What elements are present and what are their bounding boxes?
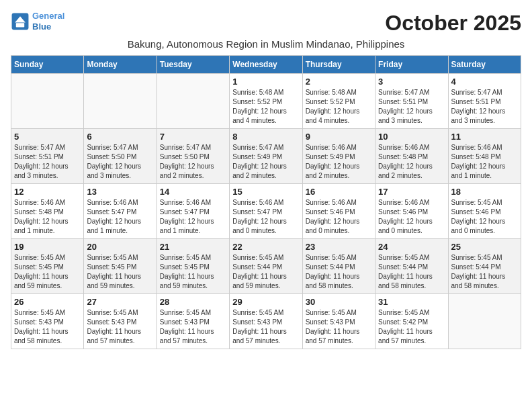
day-number: 8	[232, 132, 299, 142]
header-row: Sunday Monday Tuesday Wednesday Thursday…	[11, 56, 521, 74]
calendar-cell: 20Sunrise: 5:45 AM Sunset: 5:45 PM Dayli…	[84, 239, 157, 294]
day-number: 7	[160, 132, 226, 142]
day-info: Sunrise: 5:46 AM Sunset: 5:46 PM Dayligh…	[378, 198, 445, 236]
calendar-cell: 24Sunrise: 5:45 AM Sunset: 5:44 PM Dayli…	[375, 239, 448, 294]
header-tuesday: Tuesday	[157, 56, 229, 74]
day-info: Sunrise: 5:47 AM Sunset: 5:50 PM Dayligh…	[160, 143, 226, 181]
day-info: Sunrise: 5:45 AM Sunset: 5:43 PM Dayligh…	[14, 308, 81, 346]
calendar-week-4: 19Sunrise: 5:45 AM Sunset: 5:45 PM Dayli…	[11, 239, 521, 294]
calendar-cell: 5Sunrise: 5:47 AM Sunset: 5:51 PM Daylig…	[11, 129, 84, 184]
calendar-cell: 19Sunrise: 5:45 AM Sunset: 5:45 PM Dayli…	[11, 239, 84, 294]
day-info: Sunrise: 5:45 AM Sunset: 5:44 PM Dayligh…	[378, 253, 445, 291]
calendar-cell: 3Sunrise: 5:47 AM Sunset: 5:51 PM Daylig…	[375, 74, 448, 129]
day-info: Sunrise: 5:45 AM Sunset: 5:42 PM Dayligh…	[378, 308, 445, 346]
day-number: 30	[306, 297, 372, 307]
day-info: Sunrise: 5:47 AM Sunset: 5:50 PM Dayligh…	[87, 143, 153, 181]
day-number: 14	[160, 187, 226, 197]
calendar-body: 1Sunrise: 5:48 AM Sunset: 5:52 PM Daylig…	[11, 74, 521, 349]
calendar-week-3: 12Sunrise: 5:46 AM Sunset: 5:48 PM Dayli…	[11, 184, 521, 239]
day-number: 28	[160, 297, 226, 307]
day-number: 16	[306, 187, 372, 197]
day-info: Sunrise: 5:47 AM Sunset: 5:51 PM Dayligh…	[14, 143, 81, 181]
day-info: Sunrise: 5:45 AM Sunset: 5:43 PM Dayligh…	[160, 308, 226, 346]
day-info: Sunrise: 5:45 AM Sunset: 5:44 PM Dayligh…	[451, 253, 518, 291]
day-info: Sunrise: 5:47 AM Sunset: 5:51 PM Dayligh…	[378, 88, 445, 126]
day-number: 12	[14, 187, 81, 197]
calendar-cell: 11Sunrise: 5:46 AM Sunset: 5:48 PM Dayli…	[448, 129, 521, 184]
day-number: 4	[451, 77, 518, 87]
calendar-cell: 28Sunrise: 5:45 AM Sunset: 5:43 PM Dayli…	[157, 294, 229, 349]
calendar-cell: 25Sunrise: 5:45 AM Sunset: 5:44 PM Dayli…	[448, 239, 521, 294]
calendar-cell: 2Sunrise: 5:48 AM Sunset: 5:52 PM Daylig…	[302, 74, 375, 129]
calendar-cell: 15Sunrise: 5:46 AM Sunset: 5:47 PM Dayli…	[230, 184, 302, 239]
day-number: 21	[160, 242, 226, 252]
calendar-cell: 6Sunrise: 5:47 AM Sunset: 5:50 PM Daylig…	[84, 129, 157, 184]
logo: General Blue	[11, 11, 64, 32]
calendar-cell: 27Sunrise: 5:45 AM Sunset: 5:43 PM Dayli…	[84, 294, 157, 349]
day-info: Sunrise: 5:46 AM Sunset: 5:48 PM Dayligh…	[451, 143, 518, 181]
day-number: 19	[14, 242, 81, 252]
day-number: 18	[451, 187, 518, 197]
day-info: Sunrise: 5:45 AM Sunset: 5:46 PM Dayligh…	[451, 198, 518, 236]
day-number: 23	[306, 242, 372, 252]
calendar-cell: 7Sunrise: 5:47 AM Sunset: 5:50 PM Daylig…	[157, 129, 229, 184]
day-number: 10	[378, 132, 445, 142]
day-number: 25	[451, 242, 518, 252]
calendar-cell: 12Sunrise: 5:46 AM Sunset: 5:48 PM Dayli…	[11, 184, 84, 239]
calendar-table: Sunday Monday Tuesday Wednesday Thursday…	[11, 55, 521, 349]
day-number: 27	[87, 297, 153, 307]
month-title: October 2025	[385, 11, 521, 36]
calendar-cell: 29Sunrise: 5:45 AM Sunset: 5:43 PM Dayli…	[230, 294, 302, 349]
header-thursday: Thursday	[302, 56, 375, 74]
header-monday: Monday	[84, 56, 157, 74]
day-info: Sunrise: 5:45 AM Sunset: 5:43 PM Dayligh…	[232, 308, 299, 346]
calendar-cell	[84, 74, 157, 129]
day-info: Sunrise: 5:46 AM Sunset: 5:48 PM Dayligh…	[14, 198, 81, 236]
subtitle: Bakung, Autonomous Region in Muslim Mind…	[11, 38, 521, 50]
day-number: 13	[87, 187, 153, 197]
day-number: 3	[378, 77, 445, 87]
day-info: Sunrise: 5:47 AM Sunset: 5:51 PM Dayligh…	[451, 88, 518, 126]
day-number: 29	[232, 297, 299, 307]
calendar-cell: 30Sunrise: 5:45 AM Sunset: 5:43 PM Dayli…	[302, 294, 375, 349]
svg-rect-2	[16, 23, 24, 27]
header-sunday: Sunday	[11, 56, 84, 74]
day-number: 2	[306, 77, 372, 87]
day-info: Sunrise: 5:45 AM Sunset: 5:44 PM Dayligh…	[232, 253, 299, 291]
calendar-cell: 14Sunrise: 5:46 AM Sunset: 5:47 PM Dayli…	[157, 184, 229, 239]
calendar-cell	[11, 74, 84, 129]
day-info: Sunrise: 5:45 AM Sunset: 5:45 PM Dayligh…	[14, 253, 81, 291]
logo-icon	[11, 12, 30, 31]
day-info: Sunrise: 5:46 AM Sunset: 5:46 PM Dayligh…	[306, 198, 372, 236]
page-header: General Blue October 2025	[11, 11, 521, 36]
logo-line2: Blue	[32, 21, 51, 32]
day-number: 15	[232, 187, 299, 197]
header-saturday: Saturday	[448, 56, 521, 74]
calendar-cell: 31Sunrise: 5:45 AM Sunset: 5:42 PM Dayli…	[375, 294, 448, 349]
day-number: 24	[378, 242, 445, 252]
logo-text: General Blue	[32, 11, 64, 32]
day-info: Sunrise: 5:45 AM Sunset: 5:44 PM Dayligh…	[306, 253, 372, 291]
calendar-week-5: 26Sunrise: 5:45 AM Sunset: 5:43 PM Dayli…	[11, 294, 521, 349]
calendar-cell: 13Sunrise: 5:46 AM Sunset: 5:47 PM Dayli…	[84, 184, 157, 239]
header-friday: Friday	[375, 56, 448, 74]
calendar-cell	[448, 294, 521, 349]
day-info: Sunrise: 5:45 AM Sunset: 5:43 PM Dayligh…	[306, 308, 372, 346]
day-number: 20	[87, 242, 153, 252]
day-info: Sunrise: 5:45 AM Sunset: 5:43 PM Dayligh…	[87, 308, 153, 346]
calendar-header: Sunday Monday Tuesday Wednesday Thursday…	[11, 56, 521, 74]
logo-line1: General	[32, 11, 64, 21]
day-info: Sunrise: 5:46 AM Sunset: 5:49 PM Dayligh…	[306, 143, 372, 181]
calendar-cell: 8Sunrise: 5:47 AM Sunset: 5:49 PM Daylig…	[230, 129, 302, 184]
day-info: Sunrise: 5:48 AM Sunset: 5:52 PM Dayligh…	[232, 88, 299, 126]
calendar-week-1: 1Sunrise: 5:48 AM Sunset: 5:52 PM Daylig…	[11, 74, 521, 129]
day-info: Sunrise: 5:46 AM Sunset: 5:47 PM Dayligh…	[232, 198, 299, 236]
day-info: Sunrise: 5:46 AM Sunset: 5:48 PM Dayligh…	[378, 143, 445, 181]
calendar-cell: 23Sunrise: 5:45 AM Sunset: 5:44 PM Dayli…	[302, 239, 375, 294]
calendar-cell: 17Sunrise: 5:46 AM Sunset: 5:46 PM Dayli…	[375, 184, 448, 239]
day-number: 11	[451, 132, 518, 142]
day-info: Sunrise: 5:45 AM Sunset: 5:45 PM Dayligh…	[87, 253, 153, 291]
day-number: 26	[14, 297, 81, 307]
calendar-cell: 9Sunrise: 5:46 AM Sunset: 5:49 PM Daylig…	[302, 129, 375, 184]
day-number: 31	[378, 297, 445, 307]
